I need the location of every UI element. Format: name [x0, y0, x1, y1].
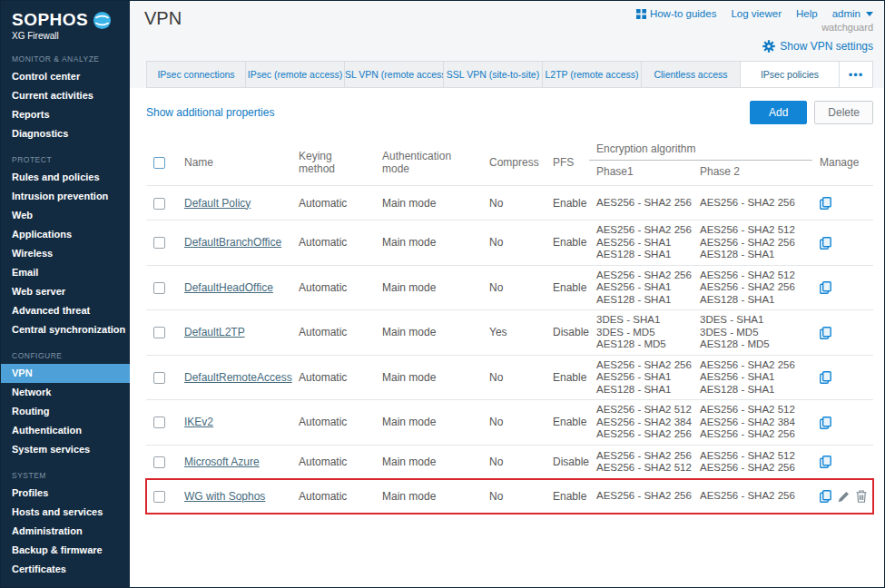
cell-phase2: AES256 - SHA2 256AES256 - SHA1AES128 - S… — [693, 355, 812, 400]
table-row-wg-with-sophos: WG with SophosAutomaticMain modeNoEnable… — [146, 479, 873, 514]
algorithm-entry: AES256 - SHA2 512 — [700, 224, 805, 237]
copy-icon[interactable] — [820, 237, 831, 250]
cell-pfs: Enable — [546, 265, 589, 310]
sidebar-item-web[interactable]: Web — [1, 206, 130, 225]
algorithm-entry: AES256 - SHA2 256 — [700, 462, 805, 475]
log-viewer-link[interactable]: Log viewer — [731, 8, 782, 19]
cell-authentication-mode: Main mode — [375, 186, 482, 220]
sidebar-item-control-center[interactable]: Control center — [1, 67, 130, 86]
row-checkbox[interactable] — [153, 237, 165, 249]
cell-pfs: Disable — [546, 445, 589, 479]
sidebar-item-applications[interactable]: Applications — [1, 225, 130, 244]
sidebar-item-hosts-and-services[interactable]: Hosts and services — [1, 503, 130, 522]
sidebar-item-intrusion-prevention[interactable]: Intrusion prevention — [1, 187, 130, 206]
tab-ssl-vpn-remote-access[interactable]: SSL VPN (remote access) — [345, 62, 444, 87]
delete-icon[interactable] — [856, 490, 867, 503]
page-title: VPN — [144, 8, 182, 29]
column-header-pfs: PFS — [546, 139, 589, 186]
delete-button[interactable]: Delete — [814, 101, 873, 124]
policy-name-link[interactable]: Default Policy — [184, 197, 251, 210]
sidebar-item-profiles[interactable]: Profiles — [1, 484, 130, 503]
policy-name-link[interactable]: DefaultL2TP — [184, 326, 245, 338]
help-link[interactable]: Help — [796, 8, 818, 19]
row-checkbox[interactable] — [153, 198, 165, 210]
show-additional-properties-link[interactable]: Show additional properties — [146, 106, 274, 119]
cell-compress: No — [482, 445, 546, 479]
sidebar-item-advanced-threat[interactable]: Advanced threat — [1, 301, 130, 320]
sidebar-item-reports[interactable]: Reports — [1, 105, 130, 124]
cell-phase2: AES256 - SHA2 512AES256 - SHA2 384AES256… — [693, 400, 812, 446]
row-checkbox[interactable] — [153, 491, 165, 503]
show-vpn-settings-label: Show VPN settings — [780, 40, 873, 53]
algorithm-entry: AES128 - SHA1 — [700, 384, 805, 397]
sidebar-item-system-services[interactable]: System services — [1, 440, 130, 459]
tabs-more-button[interactable]: ••• — [840, 62, 872, 87]
sidebar-item-web-server[interactable]: Web server — [1, 282, 130, 301]
tab-l2tp-remote-access[interactable]: L2TP (remote access) — [543, 62, 642, 87]
algorithm-entry: AES128 - SHA1 — [596, 249, 685, 261]
edit-icon[interactable] — [838, 491, 850, 503]
guides-icon — [636, 9, 646, 19]
sidebar-item-administration[interactable]: Administration — [1, 522, 130, 541]
sidebar-item-wireless[interactable]: Wireless — [1, 244, 130, 263]
tab-ipsec-connections[interactable]: IPsec connections — [147, 62, 246, 87]
cell-name: Default Policy — [177, 186, 291, 220]
sidebar-item-current-activities[interactable]: Current activities — [1, 86, 130, 105]
tab-clientless-access[interactable]: Clientless access — [642, 62, 741, 87]
copy-icon[interactable] — [820, 281, 831, 294]
cell-pfs: Enable — [546, 479, 589, 514]
tab-ssl-vpn-site-to-site[interactable]: SSL VPN (site-to-site) — [444, 62, 543, 87]
sidebar-item-network[interactable]: Network — [1, 383, 130, 402]
policy-name-link[interactable]: IKEv2 — [184, 416, 213, 428]
cell-keying-method: Automatic — [291, 355, 375, 400]
sidebar-item-diagnostics[interactable]: Diagnostics — [1, 124, 130, 143]
column-header-manage: Manage — [812, 139, 873, 186]
cell-phase1: AES256 - SHA2 256AES256 - SHA1AES128 - S… — [589, 355, 693, 400]
cell-authentication-mode: Main mode — [375, 265, 482, 310]
cell-phase1: AES256 - SHA2 256 — [589, 479, 693, 514]
cell-phase1: AES256 - SHA2 256AES256 - SHA1AES128 - S… — [589, 265, 693, 310]
sidebar-item-certificates[interactable]: Certificates — [1, 560, 130, 579]
copy-icon[interactable] — [820, 371, 831, 384]
howto-guides-link[interactable]: How-to guides — [636, 8, 717, 19]
select-all-checkbox[interactable] — [153, 157, 165, 169]
sidebar-item-authentication[interactable]: Authentication — [1, 421, 130, 440]
row-checkbox[interactable] — [153, 282, 165, 294]
sidebar-item-vpn[interactable]: VPN — [1, 364, 130, 383]
policy-name-link[interactable]: DefaultBranchOffice — [184, 236, 281, 249]
cell-pfs: Enable — [546, 355, 589, 400]
policy-name-link[interactable]: DefaultHeadOffice — [184, 281, 273, 294]
policy-name-link[interactable]: DefaultRemoteAccess — [184, 371, 292, 384]
row-checkbox[interactable] — [153, 416, 165, 428]
row-checkbox[interactable] — [153, 456, 165, 468]
sidebar-item-routing[interactable]: Routing — [1, 402, 130, 421]
cell-name: IKEv2 — [177, 400, 291, 446]
cell-phase2: AES256 - SHA2 512AES256 - SHA2 256AES128… — [693, 265, 812, 310]
cell-select — [146, 445, 177, 479]
sidebar-item-rules-and-policies[interactable]: Rules and policies — [1, 168, 130, 187]
copy-icon[interactable] — [820, 490, 831, 503]
cell-manage — [812, 400, 873, 446]
sidebar-section-title-system: SYSTEM — [1, 459, 130, 484]
tab-ipsec-remote-access[interactable]: IPsec (remote access) — [246, 62, 345, 87]
sidebar-item-backup-firmware[interactable]: Backup & firmware — [1, 541, 130, 560]
add-button[interactable]: Add — [750, 101, 807, 124]
cell-compress: Yes — [482, 310, 546, 356]
cell-manage — [812, 479, 873, 514]
copy-icon[interactable] — [820, 416, 831, 429]
row-checkbox[interactable] — [153, 372, 165, 384]
show-vpn-settings-link[interactable]: Show VPN settings — [130, 33, 884, 61]
gear-icon — [762, 40, 775, 53]
sidebar-item-email[interactable]: Email — [1, 263, 130, 282]
copy-icon[interactable] — [820, 197, 831, 210]
copy-icon[interactable] — [820, 456, 831, 468]
policy-name-link[interactable]: WG with Sophos — [184, 490, 265, 503]
sidebar-item-central-synchronization[interactable]: Central synchronization — [1, 320, 130, 339]
policy-name-link[interactable]: Microsoft Azure — [184, 456, 260, 468]
copy-icon[interactable] — [820, 327, 831, 339]
cell-keying-method: Automatic — [291, 220, 375, 266]
algorithm-entry: AES256 - SHA2 512 — [700, 450, 805, 463]
row-checkbox[interactable] — [153, 327, 165, 338]
tab-ipsec-policies[interactable]: IPsec policies — [741, 62, 840, 87]
admin-menu[interactable]: admin — [832, 8, 873, 19]
